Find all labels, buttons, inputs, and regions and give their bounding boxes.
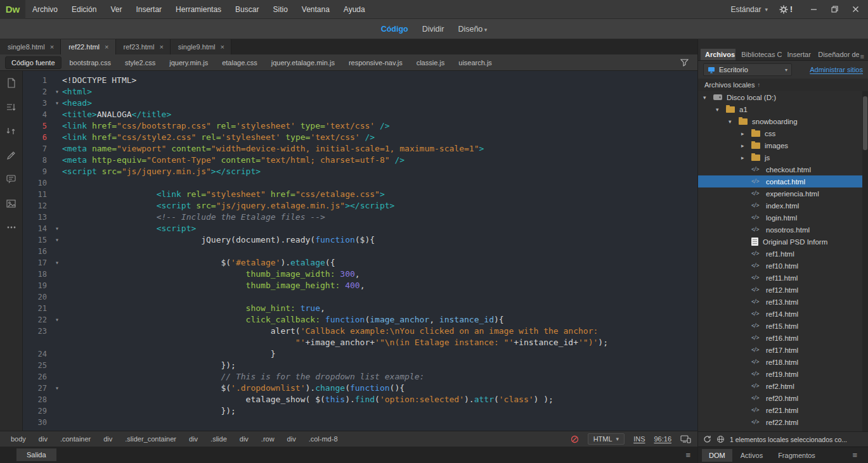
file-tree-item[interactable]: </>ref19.html: [698, 368, 868, 380]
file-tree-item[interactable]: </>ref11.html: [698, 272, 868, 284]
code-line[interactable]: 16: [23, 246, 697, 257]
tag-selector-item[interactable]: .slider_container: [120, 434, 181, 444]
code-fold-icon[interactable]: ▾: [52, 86, 62, 98]
code-line[interactable]: 20: [23, 291, 697, 303]
menu-item[interactable]: Insertar: [129, 5, 169, 14]
menu-item[interactable]: Sitio: [266, 5, 294, 14]
file-tree-item[interactable]: ▸js: [698, 151, 868, 163]
tab-fragmentos[interactable]: Fragmentos: [771, 449, 822, 462]
move-icon[interactable]: [6, 125, 17, 137]
view-mode-button[interactable]: Diseño ▾: [458, 25, 487, 34]
settings-button[interactable]: !: [779, 5, 793, 14]
sort-icon[interactable]: [6, 101, 17, 113]
site-dropdown[interactable]: Escritorio ▾: [703, 63, 792, 76]
tag-selector-item[interactable]: div: [34, 434, 52, 444]
code-line[interactable]: 14▾ <script>: [23, 223, 697, 234]
menu-item[interactable]: Ver: [103, 5, 129, 14]
doctype-dropdown[interactable]: HTML ▾: [588, 433, 625, 445]
comment-icon[interactable]: [6, 174, 17, 185]
tag-selector-item[interactable]: div: [235, 434, 253, 444]
code-line[interactable]: "'+image_anchor+'"\n(in Etalage instance…: [23, 337, 697, 348]
tag-selector-item[interactable]: .slide: [206, 434, 231, 444]
code-line[interactable]: 2▾<html>: [23, 86, 697, 98]
code-line[interactable]: 19 thumb_image_height: 400,: [23, 280, 697, 291]
expand-icon[interactable]: ▸: [741, 143, 751, 149]
related-file[interactable]: jquery.etalage.min.js: [266, 57, 340, 68]
code-editor[interactable]: 1<!DOCTYPE HTML>2▾<html>3▾<head>4<title>…: [23, 71, 697, 431]
tab-salida[interactable]: Salida: [16, 448, 56, 461]
menu-item[interactable]: Herramientas: [169, 5, 228, 14]
related-file[interactable]: etalage.css: [216, 57, 263, 68]
code-line[interactable]: 9<script src="js/jquery.min.js"></script…: [23, 166, 697, 177]
file-tree-item[interactable]: </>contact.html: [698, 175, 868, 187]
tag-selector-item[interactable]: .row: [257, 434, 279, 444]
tree-scrollbar-thumb[interactable]: [863, 96, 867, 150]
collapse-icon[interactable]: ▾: [703, 94, 713, 101]
code-line[interactable]: 24 }: [23, 348, 697, 360]
code-line[interactable]: 3▾<head>: [23, 98, 697, 109]
file-tree-item[interactable]: </>ref13.html: [698, 296, 868, 308]
code-line[interactable]: 22▾ click_callback: function(image_ancho…: [23, 314, 697, 326]
panel-tab-insertar[interactable]: Insertar: [783, 49, 813, 60]
doc-tab[interactable]: ref22.html×: [61, 39, 115, 54]
panel-menu-icon[interactable]: ≡: [860, 53, 865, 60]
tag-selector-item[interactable]: div: [185, 434, 202, 444]
expand-icon[interactable]: ▸: [741, 130, 751, 137]
file-tree-item[interactable]: </>ref21.html: [698, 404, 868, 416]
file-tree-item[interactable]: ▸images: [698, 139, 868, 151]
code-line[interactable]: 13 <!-- Include the Etalage files -->: [23, 212, 697, 223]
file-tree-item[interactable]: </>experiencia.html: [698, 187, 868, 200]
file-tree-item[interactable]: </>checkout.html: [698, 163, 868, 175]
code-line[interactable]: 12 <script src="js/jquery.etalage.min.js…: [23, 200, 697, 212]
panel-tab-archivos[interactable]: Archivos: [701, 49, 735, 60]
panel-bottom-menu-icon[interactable]: ≡: [852, 450, 858, 460]
code-line[interactable]: 28 etalage_show( $(this).find('option:se…: [23, 394, 697, 405]
related-file[interactable]: jquery.min.js: [164, 57, 214, 68]
filter-icon[interactable]: [677, 59, 692, 67]
insert-mode-indicator[interactable]: INS: [633, 435, 645, 443]
related-file[interactable]: style2.css: [119, 57, 161, 68]
file-tree-item[interactable]: </>ref1.html: [698, 248, 868, 260]
related-file[interactable]: bootstrap.css: [64, 57, 117, 68]
file-tree-item[interactable]: ▾Disco local (D:): [698, 91, 868, 103]
close-button[interactable]: [852, 6, 859, 13]
related-file[interactable]: classie.js: [411, 57, 451, 68]
code-line[interactable]: 1<!DOCTYPE HTML>: [23, 75, 697, 86]
file-tree-item[interactable]: Original PSD Inform: [698, 236, 868, 248]
expand-icon[interactable]: ▸: [741, 155, 751, 161]
code-line[interactable]: 6<link href="css/style2.css" rel='styles…: [23, 132, 697, 143]
close-tab-icon[interactable]: ×: [221, 43, 224, 51]
collapse-icon[interactable]: ▾: [729, 118, 739, 125]
file-tree-item[interactable]: </>ref12.html: [698, 284, 868, 296]
minimize-button[interactable]: [810, 6, 817, 13]
file-tree-item[interactable]: ▾a1: [698, 103, 868, 115]
close-tab-icon[interactable]: ×: [50, 43, 54, 51]
tag-selector-item[interactable]: div: [283, 434, 301, 444]
view-mode-button[interactable]: Dividir: [422, 25, 444, 34]
file-tree-item[interactable]: </>index.html: [698, 200, 868, 212]
file-tree-item[interactable]: ▾snowboarding: [698, 115, 868, 127]
doc-tab[interactable]: ref23.html×: [116, 39, 171, 54]
code-line[interactable]: 29 });: [23, 405, 697, 417]
cursor-position[interactable]: 96:16: [654, 435, 671, 443]
file-tree-item[interactable]: </>ref14.html: [698, 308, 868, 320]
code-fold-icon[interactable]: ▾: [52, 257, 62, 269]
tab-dom[interactable]: DOM: [702, 449, 732, 462]
panel-tab-dise-ador-de[interactable]: Diseñador de: [813, 49, 858, 60]
file-tree-item[interactable]: </>ref22.html: [698, 416, 868, 428]
tag-selector-item[interactable]: body: [6, 434, 30, 444]
code-fold-icon[interactable]: ▾: [52, 223, 62, 234]
file-tree-item[interactable]: </>ref18.html: [698, 356, 868, 368]
code-fold-icon[interactable]: ▾: [52, 383, 62, 394]
local-files-header[interactable]: Archivos locales ↑: [698, 79, 868, 91]
collapse-icon[interactable]: ▾: [716, 106, 726, 113]
file-tree-item[interactable]: </>ref16.html: [698, 332, 868, 344]
code-line[interactable]: 11 <link rel="stylesheet" href="css/etal…: [23, 189, 697, 200]
file-tree-item[interactable]: </>login.html: [698, 212, 868, 224]
related-file[interactable]: uisearch.js: [453, 57, 498, 68]
code-fold-icon[interactable]: ▾: [52, 98, 62, 109]
code-line[interactable]: 17▾ $('#etalage').etalage({: [23, 257, 697, 269]
tag-selector-item[interactable]: .container: [56, 434, 95, 444]
code-fold-icon[interactable]: ▾: [52, 234, 62, 246]
code-line[interactable]: 7<meta name="viewport" content="width=de…: [23, 143, 697, 155]
